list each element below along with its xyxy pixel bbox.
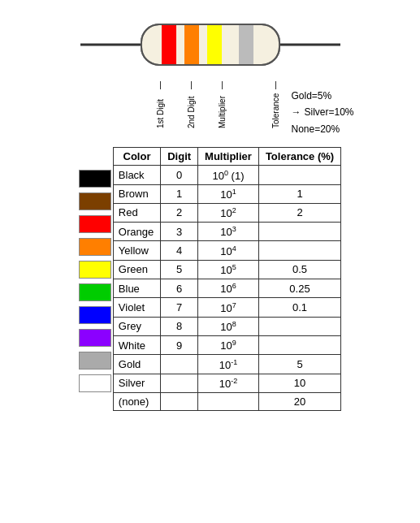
header-tolerance: Tolerance (%) bbox=[258, 148, 340, 166]
cell-tolerance-2: 2 bbox=[258, 203, 340, 222]
cell-multiplier-10: 10-1 bbox=[198, 355, 259, 374]
swatch-grey bbox=[79, 349, 111, 372]
cell-digit-5: 5 bbox=[161, 260, 198, 279]
cell-color-12: (none) bbox=[113, 393, 160, 411]
swatch-gold-empty bbox=[79, 395, 111, 417]
color-code-table-wrapper: Color Digit Multiplier Tolerance (%) Bla… bbox=[79, 144, 341, 463]
swatch-silver-empty bbox=[79, 417, 111, 440]
swatch-violet bbox=[79, 326, 111, 349]
cell-tolerance-8 bbox=[258, 317, 340, 335]
cell-multiplier-0: 100 (1) bbox=[198, 166, 259, 184]
cell-tolerance-1: 1 bbox=[258, 184, 340, 203]
cell-color-2: Red bbox=[113, 203, 160, 222]
swatch-red bbox=[79, 213, 111, 236]
swatch-green bbox=[79, 281, 111, 304]
swatch-none-empty bbox=[79, 440, 111, 463]
cell-color-1: Brown bbox=[113, 184, 160, 203]
swatch-header-spacer bbox=[79, 144, 111, 167]
cell-digit-10 bbox=[161, 355, 198, 374]
cell-color-11: Silver bbox=[113, 374, 160, 392]
cell-tolerance-4 bbox=[258, 241, 340, 260]
cell-multiplier-2: 102 bbox=[198, 203, 259, 222]
header-digit: Digit bbox=[161, 148, 198, 166]
cell-digit-6: 6 bbox=[161, 279, 198, 298]
cell-color-3: Orange bbox=[113, 223, 160, 241]
cell-multiplier-9: 109 bbox=[198, 336, 259, 355]
cell-multiplier-7: 107 bbox=[198, 298, 259, 317]
swatch-blue bbox=[79, 304, 111, 326]
cell-tolerance-9 bbox=[258, 336, 340, 355]
svg-rect-5 bbox=[207, 24, 222, 65]
cell-digit-1: 1 bbox=[161, 184, 198, 203]
svg-rect-4 bbox=[184, 24, 199, 65]
swatch-white bbox=[79, 372, 111, 395]
cell-color-8: Grey bbox=[113, 317, 160, 335]
label-1st-digit: 1st Digit bbox=[156, 89, 165, 128]
cell-color-6: Blue bbox=[113, 279, 160, 298]
header-color: Color bbox=[113, 148, 160, 166]
cell-tolerance-10: 5 bbox=[258, 355, 340, 374]
band-labels-group: 1st Digit 2nd Digit Multiplier Tolerance bbox=[154, 81, 284, 128]
cell-digit-3: 3 bbox=[161, 223, 198, 241]
cell-multiplier-11: 10-2 bbox=[198, 374, 259, 392]
swatch-brown bbox=[79, 190, 111, 213]
swatch-yellow bbox=[79, 258, 111, 281]
cell-color-10: Gold bbox=[113, 355, 160, 374]
label-multiplier: Multiplier bbox=[218, 89, 227, 128]
resistor-diagram: 1st Digit 2nd Digit Multiplier Tolerance… bbox=[8, 8, 412, 137]
cell-digit-9: 9 bbox=[161, 336, 198, 355]
cell-tolerance-5: 0.5 bbox=[258, 260, 340, 279]
svg-rect-6 bbox=[239, 24, 253, 65]
cell-digit-8: 8 bbox=[161, 317, 198, 335]
svg-rect-3 bbox=[162, 24, 176, 65]
cell-digit-4: 4 bbox=[161, 241, 198, 260]
cell-tolerance-0 bbox=[258, 166, 340, 184]
cell-digit-11 bbox=[161, 374, 198, 392]
cell-color-5: Green bbox=[113, 260, 160, 279]
cell-multiplier-4: 104 bbox=[198, 241, 259, 260]
cell-tolerance-12: 20 bbox=[258, 393, 340, 411]
cell-tolerance-6: 0.25 bbox=[258, 279, 340, 298]
cell-digit-0: 0 bbox=[161, 166, 198, 184]
cell-digit-2: 2 bbox=[161, 203, 198, 222]
label-2nd-digit: 2nd Digit bbox=[187, 89, 196, 128]
cell-digit-12 bbox=[161, 393, 198, 411]
tolerance-note: Gold=5% → Silver=10% None=20% bbox=[292, 88, 354, 137]
label-tolerance: Tolerance bbox=[271, 89, 280, 128]
swatch-column bbox=[79, 144, 111, 463]
cell-multiplier-5: 105 bbox=[198, 260, 259, 279]
cell-color-0: Black bbox=[113, 166, 160, 184]
cell-multiplier-1: 101 bbox=[198, 184, 259, 203]
swatch-orange bbox=[79, 236, 111, 258]
cell-digit-7: 7 bbox=[161, 298, 198, 317]
color-code-table: Color Digit Multiplier Tolerance (%) Bla… bbox=[113, 147, 341, 411]
cell-multiplier-12 bbox=[198, 393, 259, 411]
cell-color-7: Violet bbox=[113, 298, 160, 317]
cell-multiplier-8: 108 bbox=[198, 317, 259, 335]
swatch-black bbox=[79, 167, 111, 190]
cell-color-9: White bbox=[113, 336, 160, 355]
cell-tolerance-3 bbox=[258, 223, 340, 241]
header-multiplier: Multiplier bbox=[198, 148, 259, 166]
cell-tolerance-11: 10 bbox=[258, 374, 340, 392]
cell-multiplier-3: 103 bbox=[198, 223, 259, 241]
cell-multiplier-6: 106 bbox=[198, 279, 259, 298]
resistor-svg bbox=[72, 8, 349, 81]
cell-tolerance-7: 0.1 bbox=[258, 298, 340, 317]
cell-color-4: Yellow bbox=[113, 241, 160, 260]
